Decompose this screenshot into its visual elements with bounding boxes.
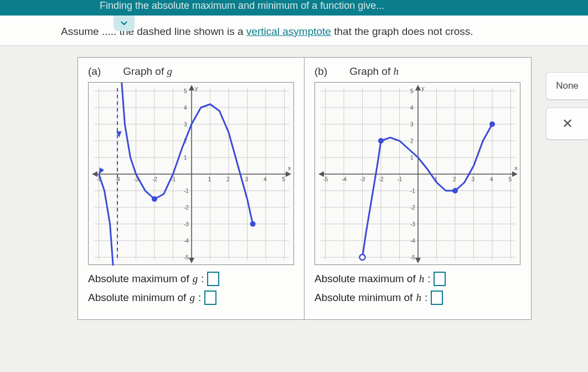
- svg-text:3: 3: [472, 176, 475, 182]
- asymptote-link[interactable]: vertical asymptote: [246, 26, 331, 37]
- svg-marker-100: [512, 171, 518, 177]
- svg-text:2: 2: [453, 176, 456, 182]
- abs-max-g-input[interactable]: [207, 272, 219, 286]
- svg-text:1: 1: [184, 155, 187, 161]
- chevron-down-icon: [119, 18, 129, 28]
- svg-text:5: 5: [410, 88, 414, 94]
- svg-text:-3: -3: [184, 221, 189, 227]
- page-header: Finding the absolute maximum and minimum…: [0, 0, 588, 16]
- svg-marker-103: [415, 258, 421, 263]
- svg-text:-4: -4: [184, 238, 189, 244]
- svg-text:2: 2: [410, 138, 414, 144]
- graph-b-title: Graph of h: [349, 65, 399, 78]
- svg-text:4: 4: [410, 105, 414, 111]
- prompt-mid: the dashed line shown is a: [116, 26, 246, 37]
- prompt-suffix: that the graph does not cross.: [331, 26, 473, 37]
- svg-text:-1: -1: [398, 176, 403, 182]
- svg-text:-2: -2: [184, 205, 189, 211]
- svg-marker-101: [318, 171, 324, 177]
- prompt-area: Assume ..... the dashed line shown is a …: [0, 16, 588, 46]
- svg-text:5: 5: [184, 88, 187, 94]
- svg-marker-48: [286, 171, 291, 177]
- svg-text:-5: -5: [410, 254, 415, 261]
- svg-marker-49: [92, 171, 97, 177]
- svg-text:3: 3: [184, 121, 187, 128]
- svg-text:3: 3: [410, 121, 414, 128]
- abs-max-h-row: Absolute maximum of h:: [314, 272, 521, 286]
- x-axis-label: x: [288, 165, 291, 171]
- svg-text:-4: -4: [342, 176, 347, 182]
- svg-marker-51: [189, 258, 194, 263]
- svg-text:-2: -2: [152, 176, 157, 182]
- svg-text:-4: -4: [410, 238, 415, 244]
- svg-text:1: 1: [208, 176, 212, 182]
- svg-text:4: 4: [184, 105, 187, 111]
- prompt-prefix: Assume: [61, 26, 102, 37]
- abs-max-g-row: Absolute maximum of g:: [88, 272, 294, 286]
- abs-min-g-row: Absolute minimum of g:: [88, 291, 294, 305]
- svg-point-97: [378, 138, 384, 144]
- svg-text:-1: -1: [410, 188, 415, 194]
- svg-text:-3: -3: [360, 176, 365, 182]
- part-a-label: (a): [88, 65, 101, 78]
- svg-text:-5: -5: [184, 254, 189, 261]
- graph-a-title: Graph of g: [123, 65, 172, 78]
- svg-point-46: [250, 221, 256, 227]
- abs-min-h-row: Absolute minimum of h:: [314, 291, 521, 305]
- x-axis-label-b: x: [514, 165, 518, 171]
- svg-point-99: [489, 121, 495, 127]
- svg-text:4: 4: [264, 176, 267, 182]
- graph-h: -5-5-4-4-3-3-2-2-1-11122334455 x y: [314, 82, 520, 265]
- svg-point-96: [360, 254, 365, 260]
- abs-max-h-input[interactable]: [434, 272, 446, 286]
- svg-text:2: 2: [226, 176, 230, 182]
- graph-g: -5-5-4-4-3-3-2-2-1-11122334455 x y: [88, 82, 294, 265]
- side-panel: None ✕: [546, 72, 588, 147]
- abs-min-g-input[interactable]: [204, 291, 216, 305]
- svg-text:-1: -1: [184, 188, 189, 194]
- svg-marker-50: [189, 85, 194, 90]
- svg-text:4: 4: [490, 176, 493, 182]
- y-axis-label: y: [195, 85, 198, 91]
- content: (a) Graph of g -5-5-4-4-3-3-2-2-1-111223…: [0, 46, 588, 331]
- panel-a-title-row: (a) Graph of g: [88, 65, 294, 78]
- part-b-label: (b): [314, 65, 327, 78]
- svg-text:3: 3: [245, 176, 249, 182]
- svg-marker-44: [99, 167, 105, 174]
- clear-button[interactable]: ✕: [546, 108, 588, 140]
- panel-b-title-row: (b) Graph of h: [314, 65, 521, 78]
- svg-marker-102: [415, 85, 421, 90]
- svg-text:-2: -2: [379, 176, 384, 182]
- abs-min-h-input[interactable]: [431, 291, 443, 305]
- svg-point-98: [452, 188, 458, 193]
- svg-text:-2: -2: [410, 205, 415, 211]
- svg-text:-3: -3: [410, 221, 415, 227]
- svg-text:5: 5: [509, 176, 512, 182]
- expand-toggle[interactable]: [114, 16, 135, 31]
- svg-text:5: 5: [282, 176, 286, 182]
- y-axis-label-b: y: [421, 85, 425, 91]
- svg-point-47: [152, 196, 157, 202]
- svg-text:-5: -5: [323, 176, 328, 182]
- panel-a: (a) Graph of g -5-5-4-4-3-3-2-2-1-111223…: [78, 57, 305, 320]
- none-button[interactable]: None: [546, 72, 588, 100]
- panel-b: (b) Graph of h -5-5-4-4-3-3-2-2-1-111223…: [305, 57, 532, 320]
- svg-text:1: 1: [410, 155, 414, 161]
- header-title: Finding the absolute maximum and minimum…: [100, 0, 384, 11]
